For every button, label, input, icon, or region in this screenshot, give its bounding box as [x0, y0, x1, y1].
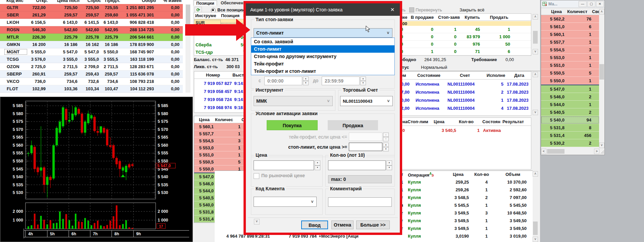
- quotes-row[interactable]: MTLR226,30225,79225,78225,79206 544 6610…: [0, 34, 183, 41]
- spin-up-icon[interactable]: ▲: [303, 77, 309, 81]
- quotes-row[interactable]: TCSG3 576,03 555,03 555,03 555,5163 118 …: [0, 56, 183, 63]
- tab-positions[interactable]: Позиции: [194, 0, 217, 6]
- quotes-row[interactable]: SBERP260,91259,57259,43259,57115 636 078…: [0, 70, 183, 78]
- dom-row[interactable]: 5 560,11: [541, 31, 599, 38]
- quantity-stepper[interactable]: ▲ ▼: [386, 160, 392, 170]
- orders-col-header[interactable]: Счет: [445, 73, 485, 78]
- dom-row[interactable]: 5 530,22: [541, 139, 599, 147]
- order-row[interactable]: 0,00ИсполненаNL001110004517.08.2023: [398, 80, 531, 88]
- positions-col-header[interactable]: Инструме: [194, 13, 221, 19]
- account-combobox[interactable]: NL0011100043 ˅: [340, 96, 393, 106]
- quotes-row[interactable]: MGNT5 555,05 547,05 547,05 550,0168 745 …: [0, 48, 183, 56]
- accounts-selected-row[interactable]: 0,00: [398, 21, 531, 26]
- sell-button[interactable]: Продажа: [328, 120, 378, 130]
- positions-col-header[interactable]: Позиция: [220, 13, 243, 19]
- dom-col-header[interactable]: Свс: [592, 9, 599, 14]
- quantity-input[interactable]: [328, 160, 386, 170]
- window-titlebar[interactable]: Ма...—▢✕: [541, 0, 604, 8]
- maximize-icon[interactable]: ▢: [587, 1, 595, 7]
- positions-row[interactable]: Сберба50: [194, 41, 247, 49]
- dom-row[interactable]: 5 531,4456: [541, 132, 599, 139]
- price-input[interactable]: [254, 160, 314, 170]
- comment-input[interactable]: [328, 197, 392, 207]
- dom-col-header[interactable]: Количест: [567, 9, 594, 14]
- spin-down-icon[interactable]: ▼: [383, 147, 389, 151]
- close-all-button[interactable]: Закрыть всё: [460, 7, 484, 12]
- accounts-row[interactable]: 010716: [398, 48, 531, 55]
- order-row[interactable]: 7 919 057 8279:14:: [194, 80, 247, 88]
- scroll-down-icon[interactable]: ˅: [254, 219, 260, 225]
- orders-col-header[interactable]: Состояние: [413, 73, 445, 78]
- quotes-row[interactable]: VKCO736,0734,6732,6734,6108 793 2180,00: [0, 78, 183, 85]
- dom-row[interactable]: 5 546,02: [541, 93, 599, 101]
- order-row[interactable]: 0,00ИсполненаNL001110004117.08.2023: [398, 96, 531, 104]
- order-row[interactable]: 97,00ИсполненаNL001110004217.08.2023: [398, 88, 531, 96]
- dropdown-option[interactable]: Со связ. заявкой: [251, 38, 394, 45]
- dom-row[interactable]: 5 561,06: [541, 23, 599, 31]
- accounts-col-header[interactable]: Стоп-заяв: [437, 15, 461, 20]
- client-code-combobox[interactable]: ˅: [254, 197, 317, 207]
- spin-up-icon[interactable]: ▲: [383, 143, 389, 147]
- more-button[interactable]: Больше >>: [356, 221, 390, 229]
- scrollbar-thumb[interactable]: [599, 64, 604, 80]
- orders-col-header[interactable]: Исполне: [485, 73, 507, 78]
- quotes-row[interactable]: GMKN16 20016 18616 16216 186178 819 9000…: [0, 41, 183, 48]
- scroll-up-icon[interactable]: ˄: [599, 9, 604, 14]
- accounts-col-header[interactable]: Купить: [461, 15, 484, 20]
- accounts-row[interactable]: 00083 9791 000: [398, 33, 531, 41]
- buy-button[interactable]: Покупка: [267, 120, 318, 130]
- dropdown-option[interactable]: Стоп-лимит: [251, 45, 394, 53]
- trades-col-header[interactable]: Объем: [493, 172, 533, 177]
- scroll-left-icon[interactable]: ˂: [541, 149, 546, 154]
- quotes-row[interactable]: SBER261,29259,57259,57259,601 055 471 30…: [0, 11, 183, 19]
- order-row[interactable]: 12,00ИсполненаNL001110004417.08.2023: [398, 104, 531, 112]
- dom-row[interactable]: 5 540,52: [541, 108, 599, 116]
- quotes-row[interactable]: ROSN546,30542,60542,60542,95288 134 7250…: [0, 26, 183, 34]
- time-from-input[interactable]: 0:00:00: [264, 77, 302, 85]
- dom-row[interactable]: 5 547,01: [541, 85, 599, 93]
- close-icon[interactable]: ✕: [388, 6, 396, 13]
- instrument-combobox[interactable]: ММК ˅: [254, 96, 333, 106]
- time-from-stepper[interactable]: ▲ ▼: [303, 77, 309, 85]
- scroll-up-icon[interactable]: ˄: [533, 72, 538, 77]
- scroll-down-icon[interactable]: ˅: [533, 237, 538, 242]
- dom-row[interactable]: 5 531,88: [541, 124, 599, 132]
- market-price-checkbox[interactable]: [254, 173, 259, 179]
- price-stepper[interactable]: ▲ ▼: [315, 160, 320, 170]
- order-type-combobox[interactable]: Стоп-лимит ˅: [254, 28, 392, 38]
- stop-orders-col-header[interactable]: Состоян: [482, 119, 502, 124]
- dom-row[interactable]: 5 551,01: [541, 61, 599, 69]
- dom-row[interactable]: 5 550,55: [541, 69, 599, 77]
- quotes-col-header[interactable]: % измен: [157, 0, 183, 4]
- accounts-row[interactable]: 001451: [398, 26, 531, 33]
- quotes-col-header[interactable]: Предл.: [102, 0, 122, 4]
- quotes-col-header[interactable]: Код инс: [5, 0, 27, 4]
- dom-col-header[interactable]: Цена: [541, 9, 562, 14]
- quotes-col-header[interactable]: Откр.: [27, 0, 49, 4]
- dom-row-selected[interactable]: 5 540,094: [541, 116, 599, 124]
- spin-down-icon[interactable]: ▼: [360, 81, 366, 85]
- dom-row[interactable]: 5 544,01: [541, 101, 599, 108]
- order-row[interactable]: 7 919 058 4579:14:: [194, 88, 247, 96]
- dom-row[interactable]: 5 554,53: [541, 46, 599, 54]
- resize-grip-icon[interactable]: [600, 149, 604, 154]
- trades-col-header[interactable]: ОперацияAb: [408, 172, 449, 178]
- stop-orders-col-header[interactable]: Стоп-лим: [407, 119, 434, 124]
- order-row[interactable]: 7 919 058 7249:14:: [194, 96, 247, 104]
- dropdown-option[interactable]: Тейк-профит: [251, 60, 394, 67]
- stop-orders-col-header[interactable]: Кол-во: [458, 119, 482, 124]
- quotes-col-header[interactable]: Цена посл: [49, 0, 81, 4]
- stoplimit-input[interactable]: [349, 143, 382, 151]
- dropdown-option[interactable]: Стоп-цена по другому инструменту: [251, 53, 394, 60]
- dom-col-header[interactable]: Цена: [194, 117, 214, 122]
- scroll-right-icon[interactable]: ˃: [594, 149, 599, 154]
- quotes-row[interactable]: OZON2 725,02 711,52 709,02 711,5128 283 …: [0, 63, 183, 70]
- dom-row[interactable]: 5 557,71: [541, 38, 599, 46]
- accounts-row[interactable]: 00097650: [398, 41, 531, 48]
- quotes-row[interactable]: FLOT102,99103,36103,34103,47104 112 2930…: [0, 85, 183, 93]
- scrollbar-thumb[interactable]: [547, 149, 565, 154]
- stoplimit-stepper[interactable]: ▲ ▼: [383, 143, 389, 151]
- dom-row[interactable]: 5 562,276: [541, 15, 599, 23]
- dom-col-header[interactable]: Количес: [215, 117, 241, 122]
- stop-order-row[interactable]: 3,03 540,51Активна: [398, 127, 531, 134]
